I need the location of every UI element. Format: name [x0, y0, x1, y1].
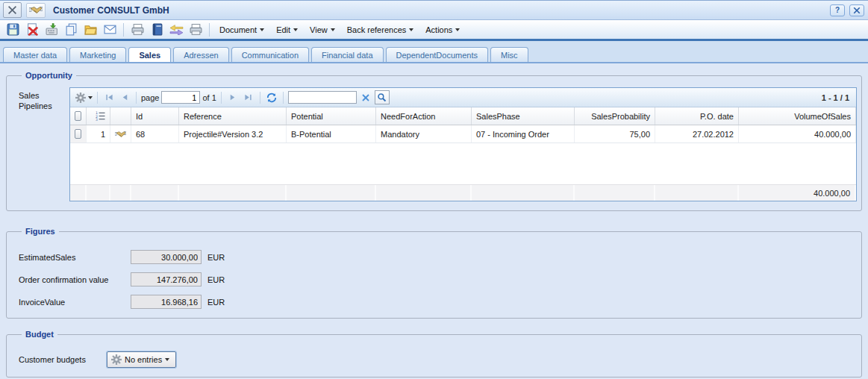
col-header-sales-probability[interactable]: SalesProbability: [575, 107, 655, 125]
table-search-input[interactable]: [288, 91, 357, 104]
copy-button[interactable]: [63, 22, 79, 37]
toolbar-separator: [123, 23, 124, 37]
copy-icon: [65, 23, 78, 36]
insert-button[interactable]: [43, 22, 60, 37]
table-empty-area: [70, 143, 856, 184]
search-button[interactable]: [375, 90, 390, 104]
mail-button[interactable]: [102, 22, 118, 37]
chevron-down-icon: [88, 96, 93, 99]
footer-cell: [87, 185, 110, 201]
col-header-sales-phase[interactable]: SalesPhase: [472, 107, 575, 125]
toolbar-separator: [260, 92, 260, 104]
estimated-sales-input[interactable]: [131, 250, 202, 264]
open-folder-button[interactable]: [82, 22, 99, 37]
menu-label: Actions: [425, 25, 452, 34]
last-page-button[interactable]: [242, 90, 255, 104]
tab-adressen[interactable]: Adressen: [173, 47, 228, 62]
toolbar-separator: [283, 92, 284, 104]
tab-marketing[interactable]: Marketing: [69, 47, 126, 62]
row-number-header[interactable]: 123: [87, 107, 110, 125]
col-header-id[interactable]: Id: [131, 107, 179, 125]
toolbar-separator: [209, 23, 210, 37]
tab-sales[interactable]: Sales: [128, 47, 171, 62]
prev-page-button[interactable]: [118, 90, 131, 104]
refresh-button[interactable]: [265, 90, 278, 104]
budget-legend: Budget: [22, 330, 57, 339]
sales-pipelines-label: Sales Pipelines: [19, 87, 69, 201]
toolbar-separator: [221, 92, 222, 104]
footer-cell: [70, 185, 87, 201]
print-icon: [131, 23, 144, 36]
page-of-label: of 1: [202, 93, 216, 102]
chevron-down-icon: [293, 28, 298, 31]
tab-communication[interactable]: Communication: [231, 47, 309, 62]
cell-sales-phase: 07 - Incoming Order: [472, 125, 575, 142]
footer-cell: [575, 185, 655, 201]
estimated-sales-label: EstimatedSales: [19, 253, 131, 262]
footer-cell: [472, 185, 575, 201]
customer-budgets-dropdown-button[interactable]: No entries: [107, 351, 176, 368]
prev-page-icon: [121, 93, 129, 101]
opportunity-legend: Opportunity: [22, 71, 76, 80]
clear-search-button[interactable]: [359, 90, 372, 104]
footer-cell: [179, 185, 287, 201]
footer-cell: [655, 185, 739, 201]
svg-text:3: 3: [96, 118, 98, 121]
first-page-button[interactable]: [102, 90, 116, 104]
help-button[interactable]: ?: [830, 4, 845, 16]
print-list-button[interactable]: [187, 22, 204, 37]
col-header-potential[interactable]: Potential: [287, 107, 376, 125]
mail-icon: [104, 23, 116, 36]
close-window-button[interactable]: [849, 4, 864, 16]
table-actions-button[interactable]: [75, 90, 93, 104]
report-button[interactable]: [149, 22, 165, 37]
select-all-checkbox[interactable]: [75, 111, 81, 121]
table-toolbar: page of 1: [70, 88, 856, 107]
transfer-button[interactable]: [168, 22, 184, 37]
page-input[interactable]: [161, 91, 200, 104]
cell-need-for-action: Mandatory: [376, 125, 472, 142]
close-document-button[interactable]: [3, 2, 22, 18]
tab-financial-data[interactable]: Financial data: [311, 47, 384, 62]
delete-button[interactable]: [24, 22, 40, 37]
menu-edit[interactable]: Edit: [272, 23, 302, 37]
invoice-value-input[interactable]: [131, 295, 202, 309]
cell-potential: B-Potential: [287, 125, 376, 142]
tab-master-data[interactable]: Master data: [3, 47, 67, 62]
menu-document[interactable]: Document: [215, 23, 269, 37]
tab-misc[interactable]: Misc: [490, 47, 528, 62]
chevron-down-icon: [331, 28, 335, 31]
chevron-down-icon: [260, 28, 264, 31]
tab-dependent-documents[interactable]: DependentDocuments: [386, 47, 488, 62]
numbered-list-icon: 123: [96, 111, 105, 121]
save-button[interactable]: [4, 22, 21, 37]
menu-view[interactable]: View: [305, 23, 340, 37]
footer-cell: [131, 185, 179, 201]
order-confirmation-value-input[interactable]: [131, 272, 202, 286]
row-icon-header: [110, 107, 131, 125]
col-header-need-for-action[interactable]: NeedForAction: [376, 107, 472, 125]
toolbar-separator: [97, 92, 98, 104]
last-page-icon: [244, 93, 252, 101]
col-header-volume-of-sales[interactable]: VolumeOfSales: [739, 107, 856, 125]
table-row[interactable]: 1 68 Projectile#Version 3.2 B-Potential …: [70, 125, 856, 143]
row-checkbox[interactable]: [75, 129, 81, 139]
customer-budgets-label: Customer budgets: [19, 355, 107, 364]
menu-actions[interactable]: Actions: [421, 23, 464, 37]
handshake-icon: [115, 130, 126, 139]
col-header-po-date[interactable]: P.O. date: [655, 107, 739, 125]
estimated-sales-unit: EUR: [207, 253, 225, 262]
cell-reference: Projectile#Version 3.2: [179, 125, 287, 142]
row-range-label: 1 - 1 / 1: [822, 93, 851, 102]
handshake-icon: [26, 3, 46, 18]
next-page-button[interactable]: [226, 90, 240, 104]
menu-back-references[interactable]: Back references: [343, 23, 418, 37]
print-button[interactable]: [129, 22, 146, 37]
cell-po-date: 27.02.2012: [655, 125, 739, 142]
page-label: page: [141, 93, 159, 102]
close-icon: [7, 5, 17, 15]
next-page-icon: [228, 93, 237, 101]
col-header-reference[interactable]: Reference: [179, 107, 287, 125]
figures-section: Figures EstimatedSales EUR Order confirm…: [6, 227, 862, 319]
chevron-down-icon: [165, 358, 169, 361]
